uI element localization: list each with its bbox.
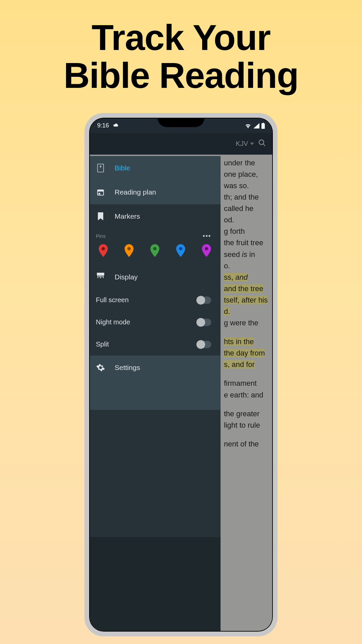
calendar-icon (96, 187, 105, 197)
cloud-icon (112, 122, 119, 129)
svg-point-2 (259, 140, 264, 145)
split-switch[interactable] (196, 341, 211, 348)
nav-reading-plan-label: Reading plan (115, 188, 156, 196)
display-brush-icon (96, 272, 105, 282)
split-label: Split (96, 340, 109, 348)
version-label: KJV (236, 140, 248, 148)
battery-icon (261, 123, 265, 129)
nav-settings[interactable]: Settings (90, 356, 221, 380)
search-icon[interactable] (258, 139, 266, 149)
nav-markers[interactable]: Markers (90, 204, 221, 228)
svg-rect-8 (98, 190, 104, 192)
nav-bible-label: Bible (115, 164, 130, 172)
pin-blue[interactable] (176, 244, 185, 258)
pin-green[interactable] (150, 244, 160, 258)
promo-headline: Track Your Bible Reading (64, 18, 299, 95)
full-screen-label: Full screen (96, 296, 129, 304)
nav-bible[interactable]: Bible (90, 156, 221, 180)
svg-point-11 (127, 247, 131, 250)
pin-red[interactable] (99, 244, 108, 258)
headline-line-2: Bible Reading (64, 56, 299, 94)
svg-point-14 (205, 247, 208, 250)
svg-rect-1 (262, 123, 264, 123)
full-screen-switch[interactable] (196, 297, 211, 304)
toggle-night-mode[interactable]: Night mode (90, 311, 221, 333)
svg-rect-20 (103, 275, 104, 278)
svg-rect-9 (99, 193, 100, 195)
wifi-icon (245, 123, 251, 128)
nav-settings-label: Settings (115, 364, 140, 372)
app-header: KJV (90, 133, 272, 155)
version-selector[interactable]: KJV (236, 140, 254, 148)
pin-purple[interactable] (202, 244, 211, 258)
pins-row (90, 241, 221, 265)
nav-display-label: Display (115, 273, 138, 281)
nav-markers-label: Markers (115, 212, 140, 220)
pin-orange[interactable] (124, 244, 134, 258)
svg-point-10 (102, 247, 105, 250)
cell-signal-icon (253, 123, 259, 128)
pins-section: Pins ••• (90, 228, 221, 241)
headline-line-1: Track Your (64, 18, 299, 56)
svg-rect-0 (261, 123, 265, 129)
svg-rect-17 (99, 275, 100, 277)
bible-icon (96, 163, 105, 173)
svg-rect-18 (100, 275, 101, 278)
night-mode-label: Night mode (96, 318, 130, 326)
nav-display[interactable]: Display (90, 265, 221, 289)
pins-more-icon[interactable]: ••• (203, 232, 211, 239)
phone-notch (158, 118, 204, 127)
nav-reading-plan[interactable]: Reading plan (90, 180, 221, 204)
bookmark-icon (96, 212, 105, 221)
gear-icon (96, 363, 105, 372)
svg-point-13 (179, 247, 182, 250)
navigation-drawer: Bible Reading plan Markers (90, 156, 221, 631)
pins-label: Pins (96, 233, 106, 239)
svg-rect-19 (102, 275, 102, 277)
svg-line-3 (263, 144, 265, 146)
status-time: 9:16 (97, 122, 109, 129)
drawer-bottom-region (90, 537, 221, 631)
svg-rect-15 (97, 273, 104, 275)
svg-rect-16 (98, 275, 98, 278)
toggle-full-screen[interactable]: Full screen (90, 289, 221, 311)
svg-point-12 (153, 247, 157, 250)
phone-frame: 9:16 (84, 113, 278, 636)
night-mode-switch[interactable] (196, 319, 211, 326)
drawer-spacer (90, 380, 221, 410)
chevron-down-icon (250, 143, 254, 145)
toggle-split[interactable]: Split (90, 333, 221, 356)
